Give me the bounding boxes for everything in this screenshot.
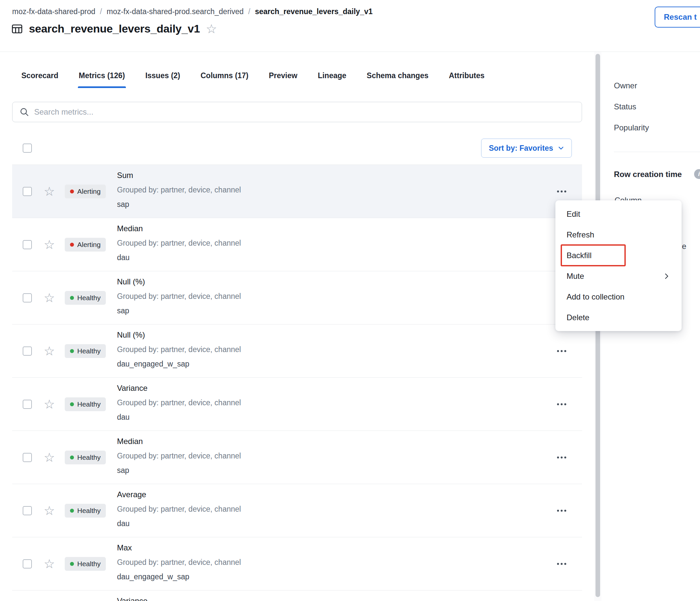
favorite-star-icon[interactable]: ☆: [44, 345, 55, 357]
menu-item-mute[interactable]: Mute: [555, 266, 682, 286]
metric-name[interactable]: Median: [117, 437, 241, 446]
status-label: Healthy: [77, 507, 101, 515]
row-checkbox[interactable]: [23, 346, 32, 356]
tab-metrics-126[interactable]: Metrics (126): [79, 63, 125, 88]
row-creation-time-label: Row creation time: [614, 170, 682, 179]
metric-column: sap: [117, 307, 241, 315]
select-all-checkbox[interactable]: [23, 143, 32, 153]
row-checkbox[interactable]: [23, 187, 32, 196]
menu-item-backfill[interactable]: Backfill: [555, 245, 682, 266]
menu-item-label: Edit: [567, 210, 580, 219]
menu-item-label: Backfill: [567, 251, 592, 260]
favorite-star-icon[interactable]: ☆: [44, 292, 55, 304]
metric-column: dau: [117, 519, 241, 528]
favorite-star-icon[interactable]: ☆: [44, 558, 55, 570]
status-dot-icon: [70, 243, 74, 246]
row-menu-button[interactable]: [554, 559, 570, 568]
status-label: Healthy: [77, 400, 101, 408]
metric-column: dau_engaged_w_sap: [117, 360, 241, 368]
menu-item-edit[interactable]: Edit: [555, 204, 682, 224]
sidebar-item-owner[interactable]: Owner: [614, 81, 637, 90]
tab-label: Columns (17): [200, 71, 248, 80]
breadcrumb-item-table[interactable]: search_revenue_levers_daily_v1: [255, 7, 373, 16]
search-input[interactable]: [33, 107, 561, 117]
metric-meta: Variance: [117, 596, 148, 601]
metric-name[interactable]: Null (%): [117, 277, 241, 286]
favorite-star-icon[interactable]: ☆: [44, 398, 55, 411]
metric-name[interactable]: Null (%): [117, 331, 241, 340]
status-badge: Healthy: [65, 344, 106, 358]
page-title: search_revenue_levers_daily_v1: [29, 22, 200, 35]
status-dot-icon: [70, 189, 74, 193]
breadcrumb-separator: /: [248, 7, 250, 16]
metric-row: ☆ Variance: [12, 590, 582, 601]
tab-issues-2[interactable]: Issues (2): [145, 63, 180, 88]
metric-column: dau: [117, 253, 241, 262]
row-menu-button[interactable]: [554, 187, 570, 196]
row-checkbox[interactable]: [23, 506, 32, 515]
tab-label: Scorecard: [21, 71, 58, 80]
metric-meta: Sum Grouped by: partner, device, channel…: [117, 171, 241, 209]
breadcrumb-item-dataset[interactable]: moz-fx-data-shared-prod.search_derived: [107, 7, 244, 16]
row-menu-button[interactable]: [554, 347, 570, 355]
metric-meta: Median Grouped by: partner, device, chan…: [117, 437, 241, 475]
row-checkbox[interactable]: [23, 293, 32, 303]
row-menu-button[interactable]: [554, 400, 570, 409]
breadcrumb-item-project[interactable]: moz-fx-data-shared-prod: [12, 7, 95, 16]
tab-scorecard[interactable]: Scorecard: [21, 63, 58, 88]
status-label: Alerting: [77, 187, 101, 195]
row-checkbox[interactable]: [23, 559, 32, 569]
menu-item-label: Mute: [567, 271, 584, 281]
status-label: Healthy: [77, 294, 101, 302]
metric-grouped-by: Grouped by: partner, device, channel: [117, 558, 241, 567]
status-dot-icon: [70, 349, 74, 353]
tab-label: Issues (2): [145, 71, 180, 80]
metric-name[interactable]: Average: [117, 490, 241, 499]
page-header: moz-fx-data-shared-prod / moz-fx-data-sh…: [0, 0, 700, 52]
row-checkbox[interactable]: [23, 400, 32, 409]
metric-grouped-by: Grouped by: partner, device, channel: [117, 292, 241, 301]
metric-name[interactable]: Variance: [117, 384, 241, 393]
sidebar-text-fragment: e: [682, 242, 686, 251]
tab-schema-changes[interactable]: Schema changes: [367, 63, 428, 88]
sort-by-button[interactable]: Sort by: Favorites: [481, 138, 572, 158]
favorite-star-icon[interactable]: ☆: [44, 451, 55, 464]
metric-row: ☆ Alerting Sum Grouped by: partner, devi…: [12, 164, 582, 218]
menu-item-delete[interactable]: Delete: [555, 307, 682, 328]
favorite-star-icon[interactable]: ☆: [206, 23, 217, 35]
favorite-star-icon[interactable]: ☆: [44, 185, 55, 198]
row-menu-button[interactable]: [554, 453, 570, 462]
menu-item-refresh[interactable]: Refresh: [555, 224, 682, 245]
row-checkbox[interactable]: [23, 240, 32, 249]
metric-name[interactable]: Max: [117, 543, 241, 552]
metric-row: ☆ Healthy Max Grouped by: partner, devic…: [12, 537, 582, 590]
status-label: Healthy: [77, 560, 101, 568]
tab-label: Metrics (126): [79, 71, 125, 80]
menu-item-label: Add to collection: [567, 292, 624, 302]
metric-meta: Null (%) Grouped by: partner, device, ch…: [117, 331, 241, 368]
sidebar-item-status[interactable]: Status: [614, 102, 636, 111]
metric-name[interactable]: Sum: [117, 171, 241, 180]
tab-lineage[interactable]: Lineage: [318, 63, 346, 88]
title-row: search_revenue_levers_daily_v1 ☆: [11, 22, 217, 35]
menu-item-add-to-collection[interactable]: Add to collection: [555, 286, 682, 307]
sidebar-item-popularity[interactable]: Popularity: [614, 123, 649, 132]
metric-row: ☆ Alerting Median Grouped by: partner, d…: [12, 218, 582, 271]
favorite-star-icon[interactable]: ☆: [44, 504, 55, 517]
tab-label: Schema changes: [367, 71, 428, 80]
metric-row: ☆ Healthy Variance Grouped by: partner, …: [12, 377, 582, 430]
row-menu-button[interactable]: [554, 506, 570, 515]
tab-columns-17[interactable]: Columns (17): [200, 63, 248, 88]
sidebar-divider: [614, 152, 700, 152]
rescan-table-button[interactable]: Rescan t: [655, 6, 700, 28]
row-checkbox[interactable]: [23, 453, 32, 462]
info-icon[interactable]: i: [694, 169, 700, 179]
metric-column: sap: [117, 466, 241, 475]
tab-label: Preview: [269, 71, 297, 80]
tab-preview[interactable]: Preview: [269, 63, 297, 88]
metric-name[interactable]: Median: [117, 224, 241, 233]
metric-grouped-by: Grouped by: partner, device, channel: [117, 451, 241, 461]
metric-name[interactable]: Variance: [117, 596, 148, 601]
tab-attributes[interactable]: Attributes: [449, 63, 485, 88]
favorite-star-icon[interactable]: ☆: [44, 238, 55, 251]
